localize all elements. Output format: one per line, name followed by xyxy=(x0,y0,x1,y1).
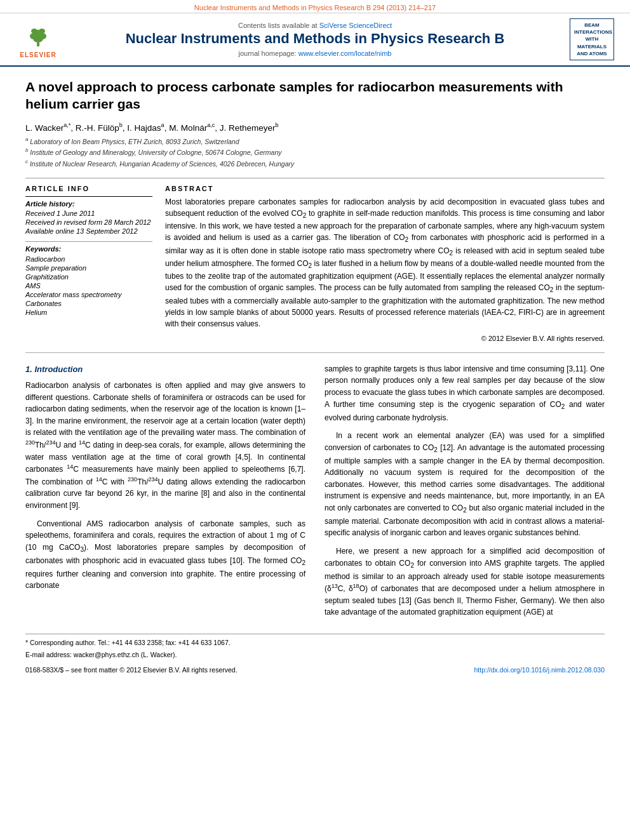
footnote-corresponding-text: * Corresponding author. Tel.: +41 44 633… xyxy=(25,639,231,646)
body-para-4: In a recent work an elemental analyzer (… xyxy=(325,430,605,539)
footnote-corresponding: * Corresponding author. Tel.: +41 44 633… xyxy=(25,638,605,648)
revised-date: Received in revised form 28 March 2012 xyxy=(25,218,152,226)
svg-point-5 xyxy=(31,29,37,34)
abstract-label: ABSTRACT xyxy=(165,185,605,192)
article-title: A novel approach to process carbonate sa… xyxy=(25,78,605,113)
journal-header: ELSEVIER Contents lists available at Sci… xyxy=(0,13,630,67)
sciverse-line: Contents lists available at SciVerse Sci… xyxy=(70,22,560,29)
article-history-box: Article history: Received 1 June 2011 Re… xyxy=(25,196,152,235)
publisher-logo-area: ELSEVIER xyxy=(13,20,64,58)
affiliations: a Laboratory of Ion Beam Physics, ETH Zu… xyxy=(25,136,605,169)
journal-homepage: journal homepage: www.elsevier.com/locat… xyxy=(70,50,560,57)
footer-ids: 0168-583X/$ – see front matter © 2012 El… xyxy=(25,666,605,674)
body-para-3: samples to graphite targets is thus labo… xyxy=(325,363,605,423)
received-date: Received 1 June 2011 xyxy=(25,210,152,217)
keyword-helium: Helium xyxy=(25,309,152,316)
footnote-email: E-mail address: wacker@phys.ethz.ch (L. … xyxy=(25,650,605,660)
header-divider xyxy=(25,178,605,178)
main-content: A novel approach to process carbonate sa… xyxy=(0,67,630,687)
elsevier-text: ELSEVIER xyxy=(20,51,56,58)
svg-rect-0 xyxy=(37,43,39,46)
footnote-email-text: E-mail address: wacker@phys.ethz.ch (L. … xyxy=(25,651,177,658)
journal-reference-bar: Nuclear Instruments and Methods in Physi… xyxy=(0,0,630,13)
footer-doi: http://dx.doi.org/10.1016/j.nimb.2012.08… xyxy=(474,666,605,674)
body-col-left: 1. Introduction Radiocarbon analysis of … xyxy=(25,363,305,625)
sciverse-link[interactable]: SciVerse ScienceDirect xyxy=(319,22,392,29)
keyword-radiocarbon: Radiocarbon xyxy=(25,255,152,263)
body-para-5: Here, we present a new approach for a si… xyxy=(325,545,605,618)
article-info-label: ARTICLE INFO xyxy=(25,185,152,192)
elsevier-logo xyxy=(16,20,60,51)
beam-interactions-box: BEAMINTERACTIONSWITHMATERIALSAND ATOMS xyxy=(570,18,614,60)
section1-heading: 1. Introduction xyxy=(25,363,305,376)
journal-reference-text: Nuclear Instruments and Methods in Physi… xyxy=(194,4,436,11)
abstract-column: ABSTRACT Most laboratories prepare carbo… xyxy=(165,185,605,342)
journal-title-area: Contents lists available at SciVerse Sci… xyxy=(70,22,560,57)
keywords-box: Keywords: Radiocarbon Sample preparation… xyxy=(25,241,152,316)
keyword-carbonates: Carbonates xyxy=(25,300,152,307)
keyword-graphitization: Graphitization xyxy=(25,273,152,281)
body-col-right: samples to graphite targets is thus labo… xyxy=(325,363,605,625)
body-para-2: Conventional AMS radiocarbon analysis of… xyxy=(25,518,305,592)
keyword-accelerator: Accelerator mass spectrometry xyxy=(25,291,152,298)
journal-title: Nuclear Instruments and Methods in Physi… xyxy=(70,30,560,47)
beam-box-area: BEAMINTERACTIONSWITHMATERIALSAND ATOMS xyxy=(566,18,617,60)
available-date: Available online 13 September 2012 xyxy=(25,227,152,235)
doi-link[interactable]: http://dx.doi.org/10.1016/j.nimb.2012.08… xyxy=(474,666,605,674)
sciverse-pre-text: Contents lists available at xyxy=(238,22,319,29)
keyword-ams: AMS xyxy=(25,282,152,290)
footer-issn: 0168-583X/$ – see front matter © 2012 El… xyxy=(25,666,462,674)
journal-homepage-link[interactable]: www.elsevier.com/locate/nimb xyxy=(298,50,392,57)
authors-line: L. Wackera,*, R.-H. Fülöpb, I. Hajdasa, … xyxy=(25,122,605,133)
body-section: 1. Introduction Radiocarbon analysis of … xyxy=(25,363,605,625)
article-history-label: Article history: xyxy=(25,200,152,208)
svg-point-6 xyxy=(39,29,45,34)
body-divider xyxy=(25,352,605,353)
issn-text: 0168-583X/$ – see front matter © 2012 El… xyxy=(25,666,238,674)
keyword-sample-prep: Sample preparation xyxy=(25,264,152,272)
footnote-area: * Corresponding author. Tel.: +41 44 633… xyxy=(25,634,605,660)
article-info-column: ARTICLE INFO Article history: Received 1… xyxy=(25,185,152,342)
info-abstract-section: ARTICLE INFO Article history: Received 1… xyxy=(25,185,605,342)
body-para-1: Radiocarbon analysis of carbonates is of… xyxy=(25,380,305,512)
copyright-line: © 2012 Elsevier B.V. All rights reserved… xyxy=(165,335,605,342)
abstract-text: Most laboratories prepare carbonates sam… xyxy=(165,196,605,330)
keywords-label: Keywords: xyxy=(25,245,152,253)
elsevier-tree-icon xyxy=(25,25,51,47)
